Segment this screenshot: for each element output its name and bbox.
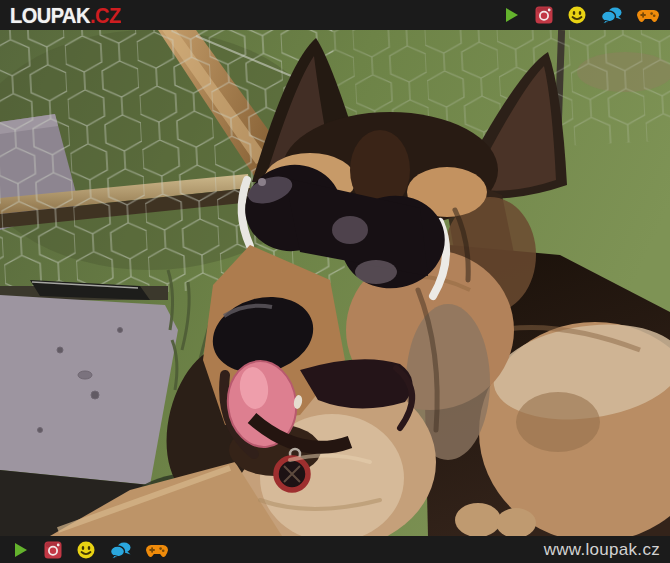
smiley-icon[interactable] <box>76 540 96 560</box>
haunch-mottle <box>516 392 600 452</box>
footer-bar: www.loupak.cz <box>0 536 670 563</box>
instagram-icon[interactable] <box>43 540 63 560</box>
play-icon[interactable] <box>501 5 521 25</box>
site-logo[interactable]: LOUPAK.CZ <box>10 4 121 26</box>
dog-toes <box>455 503 501 536</box>
footer-nav <box>10 540 169 560</box>
site-url[interactable]: www.loupak.cz <box>544 540 660 560</box>
logo-text-red: .CZ <box>90 3 121 27</box>
paving-slab-lower <box>0 295 178 485</box>
page: LOUPAK.CZ <box>0 0 670 563</box>
play-icon[interactable] <box>10 540 30 560</box>
chat-icon[interactable] <box>109 540 132 560</box>
gamepad-icon[interactable] <box>145 540 169 560</box>
gamepad-icon[interactable] <box>636 5 660 25</box>
logo-text-white: LOUPAK <box>10 3 90 27</box>
header-bar: LOUPAK.CZ <box>0 0 670 30</box>
instagram-icon[interactable] <box>534 5 554 25</box>
chat-icon[interactable] <box>600 5 623 25</box>
lens-glint <box>258 178 266 186</box>
header-nav <box>501 5 660 25</box>
dog-photo <box>0 30 670 536</box>
smiley-icon[interactable] <box>567 5 587 25</box>
lens-reflection-2 <box>332 216 368 244</box>
lens-reflection-3 <box>355 260 397 284</box>
